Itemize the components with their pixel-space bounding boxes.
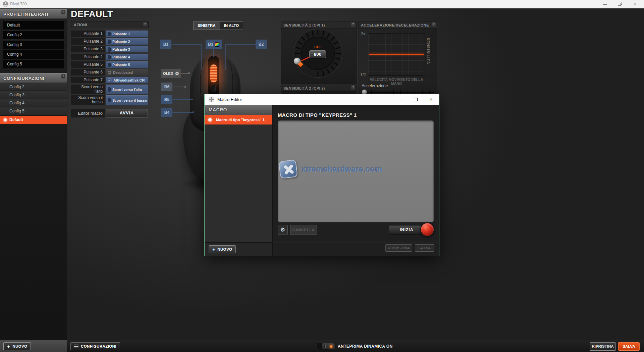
connector-line [213,49,214,57]
macro-list-footer: + NUOVO [205,242,272,256]
tab-in-alto[interactable]: IN ALTO [220,21,244,30]
button-label-b5[interactable]: B5 [161,95,172,104]
action-value-button-disabled[interactable]: Deactivated [106,69,148,76]
help-icon[interactable]: ? [351,85,355,90]
dialog-close-button[interactable]: × [425,95,437,104]
connector-line [171,44,202,45]
app-window: Rival 700 × PROFILI INTEGRATI ? Default … [0,0,644,352]
button-label-oled[interactable]: OLED⚙ [161,69,181,78]
config-item-config4[interactable]: Config 4 [0,99,67,107]
profile-item-config2[interactable]: Config 2 [3,31,64,40]
sensitivity1-header: SENSIBILITÀ 1 (CPI 1) ? [281,21,357,29]
connector-line [172,99,192,100]
window-close-button[interactable]: × [629,0,641,8]
connector-line [172,112,193,113]
window-restore-button[interactable] [614,0,626,8]
selected-dot-icon [4,118,7,121]
close-icon: × [629,0,641,8]
help-icon[interactable]: ? [351,22,355,27]
toggle-grip-icon [324,345,326,348]
profile-item-config5[interactable]: Config 5 [3,60,64,69]
macro-settings-button[interactable]: ⚙ [278,225,288,235]
mouse-icon [108,47,111,52]
action-label: Scorri verso l'alto [71,85,105,94]
macro-record-area[interactable]: xtremehardware.com [278,120,434,222]
y-axis-bottom-label: 1/2 [360,72,366,77]
config-item-config2[interactable]: Config 2 [0,83,67,91]
steelseries-logo-icon [209,97,214,102]
toggle-knob [322,343,334,349]
gear-icon: ⚙ [280,227,285,233]
delete-button[interactable]: CANCELLA [290,225,317,235]
help-icon[interactable]: ? [143,22,147,26]
deactivated-icon [108,71,111,74]
action-value-button[interactable]: Scorri verso l'alto [106,85,148,94]
macro-list-panel: MACRO Macro di tipo "keypress" 1 + NUOVO [205,105,273,256]
configs-section-header: CONFIGURAZIONI ? [0,73,67,83]
view-tabs: SINISTRA IN ALTO [193,21,243,30]
dynamic-preview-toggle[interactable] [317,343,335,350]
action-label: Pulsante 4 [71,54,105,60]
config-item-config3[interactable]: Config 3 [0,91,67,99]
xtremehardware-logo-icon [278,159,298,179]
config-item-config5[interactable]: Config 5 [0,107,67,115]
action-label: Pulsante 7 [71,77,105,83]
y-axis-title: SENSIBILITÀ [426,38,430,64]
page-title: DEFAULT [71,9,113,19]
watermark-text: xtremehardware.com [302,165,382,174]
macro-editor-dialog: Macro Editor × MACRO Macro di tipo "keyp… [204,94,439,256]
button-label-b1[interactable]: B1 [160,40,171,49]
window-minimize-button[interactable] [599,0,610,8]
button-label-b2[interactable]: B2 [256,40,267,49]
macro-list-header: MACRO [205,105,272,115]
config-item-default-selected[interactable]: Default [0,116,67,124]
macro-list-item-selected[interactable]: Macro di tipo "keypress" 1 [205,115,272,124]
new-profile-button[interactable]: + NUOVO [3,342,31,350]
acceleration-slider-label: Accelerazione [362,84,388,88]
footer-save-button[interactable]: SALVA [618,342,640,351]
dialog-restore-button[interactable]: RIPRISTINA [385,244,412,252]
action-value-button[interactable]: Pulsante 3 [106,46,148,52]
footer-restore-button[interactable]: RIPRISTINA [590,342,616,351]
action-value-button[interactable]: Pulsante 1 [106,31,148,37]
help-icon[interactable]: ? [61,74,65,79]
dialog-minimize-button[interactable] [396,95,407,104]
dialog-titlebar[interactable]: Macro Editor × [205,94,439,105]
help-icon[interactable]: ? [61,10,65,14]
button-label-b4[interactable]: B4 [161,108,172,117]
record-button[interactable] [420,222,434,237]
sensitivity2-header: SENSIBILITÀ 2 (CPI 2) ? [281,85,357,92]
watermark: xtremehardware.com [279,160,382,178]
slider-track [364,92,434,93]
macro-controls: ⚙ CANCELLA INIZIA [273,225,439,241]
dialog-save-button[interactable]: SALVA [415,244,434,252]
cpi-dial[interactable]: CPI 800 [281,29,357,84]
help-icon[interactable]: ? [432,22,436,27]
macro-content-title: MACRO DI TIPO "KEYPRESS" 1 [278,112,357,118]
button-label-b3[interactable]: B3 [206,40,222,49]
color-swatch-icon [215,42,219,47]
dialog-maximize-button[interactable] [410,95,422,104]
start-recording-button[interactable]: INIZIA [389,225,424,235]
tab-sinistra[interactable]: SINISTRA [193,21,220,30]
sensitivity-curve-line [369,54,424,55]
action-value-button[interactable]: Pulsante 4 [106,54,148,60]
sensitivity1-panel: SENSIBILITÀ 1 (CPI 1) ? [281,21,357,84]
macro-editor-start-button[interactable]: AVVIA [106,109,148,117]
profile-item-config3[interactable]: Config 3 [3,40,64,49]
new-macro-button[interactable]: + NUOVO [209,245,236,253]
mouse-icon [108,40,111,44]
mouse-wheel-glow [210,64,217,83]
configurations-button[interactable]: CONFIGURAZIONI [70,342,120,350]
profile-item-config4[interactable]: Config 4 [3,50,64,59]
button-label-b6[interactable]: B6 [161,83,172,91]
selected-dot-icon [208,118,212,121]
list-icon [74,345,78,348]
action-value-button[interactable]: Attiva/disattiva CPI [106,77,148,83]
action-value-button[interactable]: Scorri verso il basso [106,95,148,105]
profile-item-default[interactable]: Default [3,21,64,30]
action-value-button[interactable]: Pulsante 2 [106,38,148,45]
connector-line [225,44,226,70]
action-value-button[interactable]: Pulsante 5 [106,61,148,68]
action-label: Pulsante 5 [71,61,105,68]
